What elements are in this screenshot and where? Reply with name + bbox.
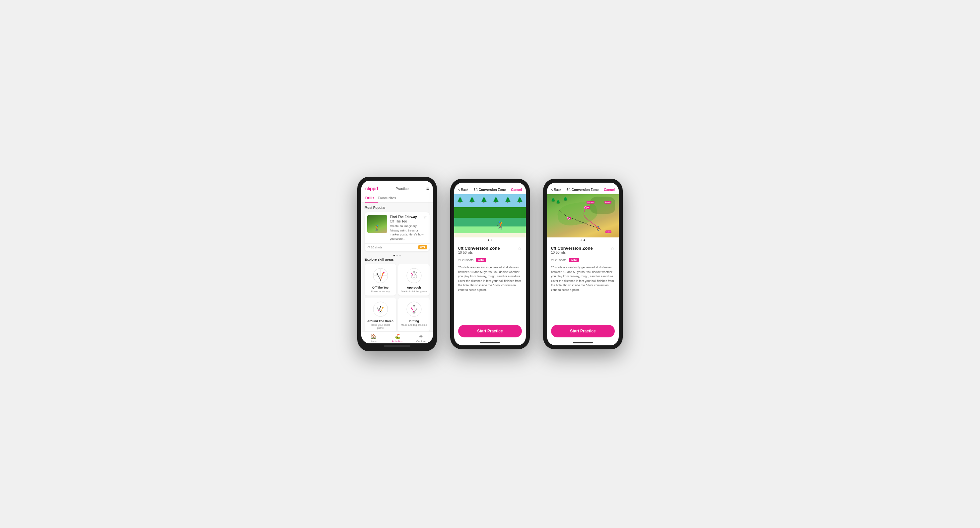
svg-line-16 (412, 273, 413, 276)
hamburger-icon[interactable]: ≡ (426, 186, 429, 191)
favourite-star-icon[interactable]: ☆ (423, 215, 427, 220)
nav-home[interactable]: 🏠 Home (361, 334, 385, 343)
phone-3: < Back 6ft Conversion Zone Cancel Fairwa… (543, 179, 623, 349)
back-button-2[interactable]: < Back (458, 188, 468, 191)
svg-line-37 (414, 309, 416, 312)
home-indicator (384, 345, 410, 347)
phone-notch (384, 177, 410, 179)
shots-count-2: 20 shots (462, 258, 473, 262)
img-dot-2 (491, 239, 492, 241)
svg-line-6 (380, 273, 383, 280)
drill-detail-3: 6ft Conversion Zone 10-50 yds ☆ ⏱ 20 sho… (547, 242, 619, 321)
skill-card-putting[interactable]: Putting Make and lag practice (398, 298, 430, 332)
tab-favourites[interactable]: Favourites (378, 194, 400, 203)
favourite-star-3[interactable]: ☆ (611, 246, 615, 251)
nav-activities[interactable]: ⛳ Activities (385, 334, 409, 343)
clock-icon-2: ⏱ (458, 258, 461, 262)
drill-description-3: 20 shots are randomly generated at dista… (551, 265, 615, 292)
back-button-3[interactable]: < Back (551, 188, 561, 191)
featured-card-inner: 🏌️ Find The Fairway Off The Tee ☆ Create… (364, 212, 430, 243)
map-tree-1: 🌲 (551, 198, 556, 202)
bottom-bar-3 (547, 341, 619, 345)
tab-drills[interactable]: Drills (365, 194, 378, 203)
dot-3 (399, 255, 401, 256)
ott-icon-area (372, 267, 389, 284)
drill-map: Fairway Rough Sand Hit Miss 🏌️ 🌲 🌲 (547, 194, 619, 238)
card-shots: ⏱ 10 shots (367, 246, 382, 249)
home-icon: 🏠 (371, 334, 376, 339)
drill-description-2: 20 shots are randomly generated at dista… (458, 265, 522, 292)
bottom-bar-2 (454, 341, 526, 345)
svg-line-28 (381, 308, 383, 311)
shots-badge-2: ⏱ 20 shots (458, 258, 473, 262)
drill-range-2: 10-50 yds (458, 251, 500, 254)
image-dots-2 (454, 238, 526, 242)
home-indicator-2 (480, 342, 500, 343)
skill-grid: Off The Tee Power accuracy (364, 264, 430, 332)
drill-title-3: 6ft Conversion Zone (551, 246, 593, 251)
cancel-button-2[interactable]: Cancel (511, 188, 522, 191)
cancel-button-3[interactable]: Cancel (604, 188, 615, 191)
skill-card-approach[interactable]: Approach Dial-in to hit the green (398, 264, 430, 295)
detail-header-3: < Back 6ft Conversion Zone Cancel (547, 183, 619, 194)
phone-1: clippd Practice ≡ Drills Favourites Most… (357, 177, 437, 351)
drill-title-row-2: 6ft Conversion Zone 10-50 yds ☆ (458, 246, 522, 256)
detail-header-2: < Back 6ft Conversion Zone Cancel (454, 183, 526, 194)
approach-icon (406, 267, 422, 284)
tree-4: 🌲 (493, 196, 499, 203)
atg-skill-desc: Hone your short game (367, 324, 393, 329)
img-dot-3a (581, 239, 582, 241)
img-dot-1 (488, 239, 489, 241)
drill-detail-2: 6ft Conversion Zone 10-50 yds ☆ ⏱ 20 sho… (454, 242, 526, 321)
ott-skill-name: Off The Tee (372, 286, 388, 289)
app-header: clippd Practice ≡ (361, 181, 433, 194)
carousel-dots (364, 254, 430, 258)
svg-point-19 (373, 302, 388, 316)
map-golfer-figure: 🏌️ (595, 226, 601, 231)
dot-1 (393, 255, 395, 256)
phone-3-screen: < Back 6ft Conversion Zone Cancel Fairwa… (547, 183, 619, 345)
putting-skill-name: Putting (409, 319, 419, 323)
clock-icon: ⏱ (367, 246, 370, 249)
shots-badge-3: ⏱ 20 shots (551, 258, 566, 262)
start-practice-button-2[interactable]: Start Practice (458, 325, 522, 337)
featured-drill-subtitle: Off The Tee (390, 219, 417, 223)
shots-count: 10 shots (371, 246, 382, 249)
clock-icon-3: ⏱ (551, 258, 554, 262)
app-logo: clippd (365, 186, 378, 191)
atg-icon-area (372, 301, 389, 317)
scroll-content: Most Popular 🏌️ Find The Fairway Off The… (361, 203, 433, 332)
svg-line-4 (377, 274, 380, 280)
phone-2: < Back 6ft Conversion Zone Cancel 🌲 🌲 🌲 … (450, 179, 530, 349)
most-popular-label: Most Popular (364, 206, 430, 209)
tree-3: 🌲 (481, 196, 487, 203)
featured-drill-card[interactable]: 🏌️ Find The Fairway Off The Tee ☆ Create… (364, 212, 430, 251)
start-practice-button-3[interactable]: Start Practice (551, 325, 615, 337)
drill-tag-2: ARG (476, 258, 486, 262)
nav-home-label: Home (369, 340, 377, 343)
image-dots-3 (547, 238, 619, 242)
phone-notch-3 (570, 179, 596, 181)
atg-skill-name: Around The Green (367, 319, 393, 323)
ott-icon (372, 267, 389, 284)
explore-label: Explore skill areas (364, 258, 430, 262)
detail-title-3: 6ft Conversion Zone (566, 188, 599, 191)
tree-6: 🌲 (517, 196, 523, 203)
phone-1-screen: clippd Practice ≡ Drills Favourites Most… (361, 181, 433, 343)
drill-tag: OTT (418, 245, 427, 249)
phone-2-screen: < Back 6ft Conversion Zone Cancel 🌲 🌲 🌲 … (454, 183, 526, 345)
dot-2 (396, 255, 398, 256)
favourite-star-2[interactable]: ☆ (517, 246, 522, 251)
nav-capture[interactable]: ⊕ Capture (409, 334, 433, 343)
nav-capture-label: Capture (416, 340, 426, 343)
tree-1: 🌲 (457, 196, 463, 203)
featured-drill-description: Create an imaginary fairway using trees … (390, 224, 427, 241)
skill-card-ott[interactable]: Off The Tee Power accuracy (364, 264, 396, 295)
shots-count-3: 20 shots (555, 258, 566, 262)
tabs-row: Drills Favourites (361, 194, 433, 203)
home-indicator-3 (573, 342, 593, 343)
img-dot-3b (584, 239, 585, 241)
approach-skill-name: Approach (407, 286, 421, 289)
drill-title-2: 6ft Conversion Zone (458, 246, 500, 251)
skill-card-atg[interactable]: Around The Green Hone your short game (364, 298, 396, 332)
